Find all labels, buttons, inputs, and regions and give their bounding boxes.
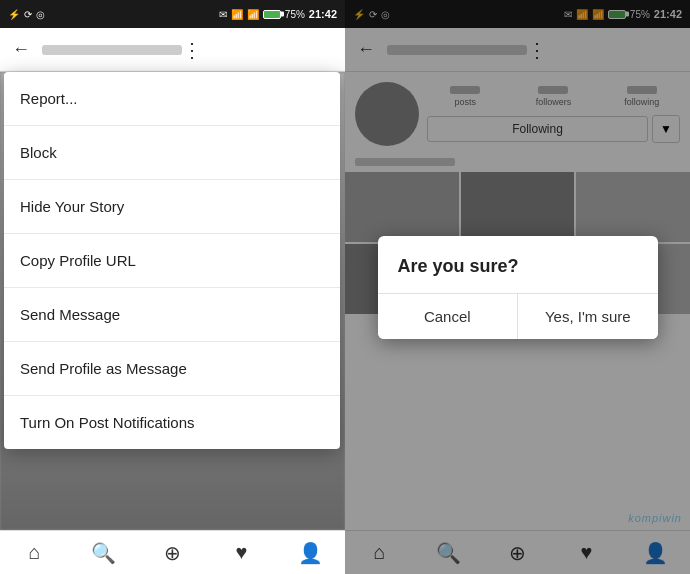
android-icon: ◎ [36, 9, 45, 20]
menu-item-report[interactable]: Report... [4, 72, 340, 126]
right-panel: ⚡ ⟳ ◎ ✉ 📶 📶 75% 21:42 ← ⋮ posts [345, 0, 690, 574]
profile-icon[interactable]: 👤 [291, 533, 331, 573]
sync-icon: ⟳ [24, 9, 32, 20]
context-menu: Report... Block Hide Your Story Copy Pro… [4, 72, 340, 449]
dialog-overlay: Are you sure? Cancel Yes, I'm sure [345, 0, 690, 574]
nav-title [42, 45, 182, 55]
home-icon[interactable]: ⌂ [15, 533, 55, 573]
message-icon: ✉ [219, 9, 227, 20]
likes-icon[interactable]: ♥ [222, 533, 262, 573]
menu-item-notifications[interactable]: Turn On Post Notifications [4, 396, 340, 449]
battery-indicator [263, 10, 281, 19]
search-icon[interactable]: 🔍 [84, 533, 124, 573]
battery-percent: 75% [285, 9, 305, 20]
menu-item-copy-url[interactable]: Copy Profile URL [4, 234, 340, 288]
add-icon[interactable]: ⊕ [153, 533, 193, 573]
confirmation-dialog: Are you sure? Cancel Yes, I'm sure [378, 236, 658, 339]
menu-item-block[interactable]: Block [4, 126, 340, 180]
usb-icon: ⚡ [8, 9, 20, 20]
confirm-button[interactable]: Yes, I'm sure [518, 294, 658, 339]
dialog-buttons: Cancel Yes, I'm sure [378, 294, 658, 339]
back-button[interactable]: ← [12, 39, 30, 60]
nav-bar-left: ← ⋮ [0, 28, 345, 72]
left-panel: ⚡ ⟳ ◎ ✉ 📶 📶 75% 21:42 ← ⋮ Report... Bloc… [0, 0, 345, 574]
menu-button[interactable]: ⋮ [182, 38, 204, 62]
status-icons-left: ⚡ ⟳ ◎ [8, 9, 45, 20]
dialog-title: Are you sure? [378, 236, 658, 293]
status-icons-right: ✉ 📶 📶 75% 21:42 [219, 8, 337, 20]
menu-item-send-message[interactable]: Send Message [4, 288, 340, 342]
signal-icon: 📶 [247, 9, 259, 20]
cancel-button[interactable]: Cancel [378, 294, 518, 339]
menu-item-hide-story[interactable]: Hide Your Story [4, 180, 340, 234]
status-bar-left: ⚡ ⟳ ◎ ✉ 📶 📶 75% 21:42 [0, 0, 345, 28]
time-display: 21:42 [309, 8, 337, 20]
menu-item-send-profile[interactable]: Send Profile as Message [4, 342, 340, 396]
wifi-icon: 📶 [231, 9, 243, 20]
bottom-nav-left: ⌂ 🔍 ⊕ ♥ 👤 [0, 530, 345, 574]
